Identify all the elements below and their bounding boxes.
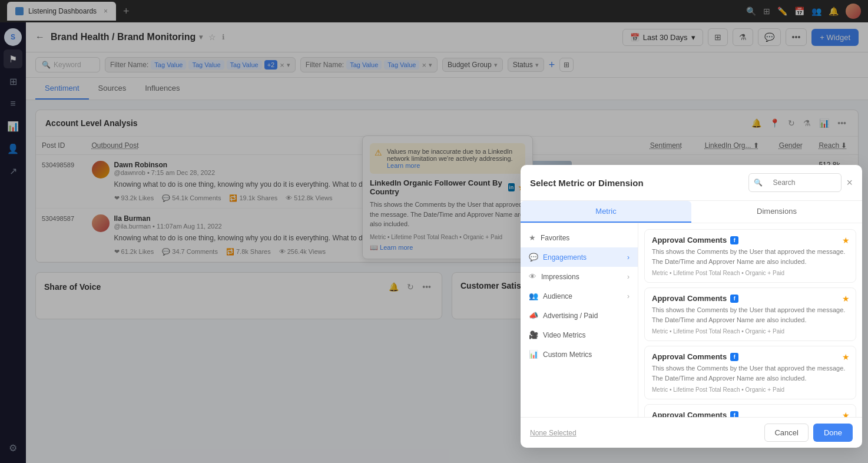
modal-overlay[interactable]: [0, 0, 868, 22]
